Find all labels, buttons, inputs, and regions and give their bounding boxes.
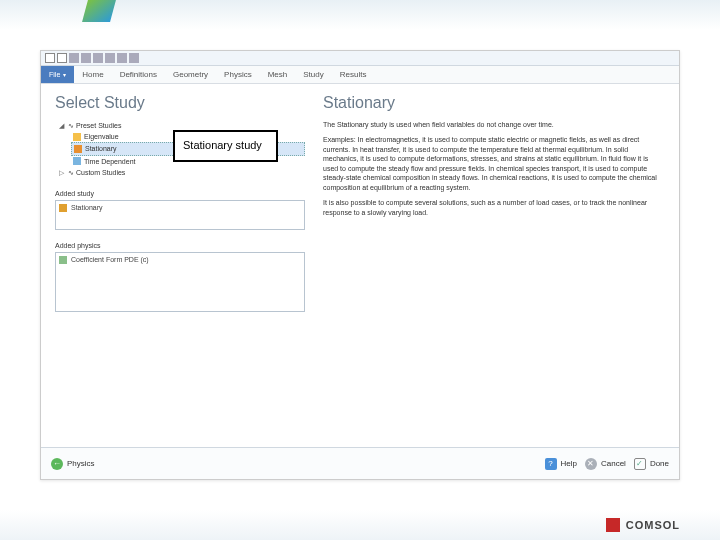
cancel-button[interactable]: ✕ Cancel xyxy=(585,458,626,470)
description-p1: The Stationary study is used when field … xyxy=(323,120,665,129)
page-title: Select Study xyxy=(55,94,305,112)
paste-icon[interactable] xyxy=(117,53,127,63)
back-arrow-icon: ← xyxy=(51,458,63,470)
study-icon xyxy=(73,133,81,141)
header-decoration xyxy=(0,0,720,30)
list-item[interactable]: Stationary xyxy=(59,204,301,212)
content-area: Select Study Stationary study ◢ ∿ Preset… xyxy=(41,84,679,447)
delete-icon[interactable] xyxy=(129,53,139,63)
tab-definitions[interactable]: Definitions xyxy=(112,66,165,83)
stationary-icon xyxy=(59,204,67,212)
new-icon[interactable] xyxy=(45,53,55,63)
help-button[interactable]: ? Help xyxy=(545,458,577,470)
back-button[interactable]: ← Physics xyxy=(51,458,95,470)
copy-icon[interactable] xyxy=(105,53,115,63)
tab-study[interactable]: Study xyxy=(295,66,331,83)
app-window: File Home Definitions Geometry Physics M… xyxy=(40,50,680,480)
tab-geometry[interactable]: Geometry xyxy=(165,66,216,83)
collapse-icon[interactable]: ◢ xyxy=(57,120,65,131)
added-study-list[interactable]: Stationary xyxy=(55,200,305,230)
ribbon-tabs: File Home Definitions Geometry Physics M… xyxy=(41,66,679,84)
added-study-label: Added study xyxy=(55,190,305,197)
help-icon: ? xyxy=(545,458,557,470)
tree-label: ∿ Custom Studies xyxy=(68,167,125,178)
list-item-label: Stationary xyxy=(71,204,103,211)
physics-icon xyxy=(59,256,67,264)
file-menu[interactable]: File xyxy=(41,66,74,83)
save-icon[interactable] xyxy=(69,53,79,63)
tree-label: Time Dependent xyxy=(84,156,136,167)
annotation-callout: Stationary study xyxy=(173,130,278,162)
tab-mesh[interactable]: Mesh xyxy=(260,66,296,83)
done-button[interactable]: ✓ Done xyxy=(634,458,669,470)
brand-mark-icon xyxy=(606,518,620,532)
undo-icon[interactable] xyxy=(81,53,91,63)
cancel-label: Cancel xyxy=(601,459,626,468)
brand-name: COMSOL xyxy=(626,519,680,531)
right-panel: Stationary The Stationary study is used … xyxy=(315,94,665,437)
cancel-icon: ✕ xyxy=(585,458,597,470)
tree-label: Eigenvalue xyxy=(84,131,119,142)
brand-square-icon xyxy=(82,0,116,22)
wizard-bottom-bar: ← Physics ? Help ✕ Cancel ✓ Done xyxy=(41,447,679,479)
tab-home[interactable]: Home xyxy=(74,66,111,83)
back-label: Physics xyxy=(67,459,95,468)
expand-icon[interactable]: ▷ xyxy=(57,167,65,178)
description-p3: It is also possible to compute several s… xyxy=(323,198,665,217)
tree-label: Stationary xyxy=(85,143,117,154)
left-panel: Select Study Stationary study ◢ ∿ Preset… xyxy=(55,94,315,437)
added-physics-label: Added physics xyxy=(55,242,305,249)
description-p2: Examples: In electromagnetics, it is use… xyxy=(323,135,665,192)
brand-logo: COMSOL xyxy=(606,518,680,532)
help-label: Help xyxy=(561,459,577,468)
study-title: Stationary xyxy=(323,94,665,112)
tab-results[interactable]: Results xyxy=(332,66,375,83)
done-label: Done xyxy=(650,459,669,468)
added-physics-list[interactable]: Coefficient Form PDE (c) xyxy=(55,252,305,312)
stationary-icon xyxy=(74,145,82,153)
open-icon[interactable] xyxy=(57,53,67,63)
study-tree: Stationary study ◢ ∿ Preset Studies Eige… xyxy=(55,120,305,178)
list-item-label: Coefficient Form PDE (c) xyxy=(71,256,149,263)
done-icon: ✓ xyxy=(634,458,646,470)
redo-icon[interactable] xyxy=(93,53,103,63)
tree-node-custom[interactable]: ▷ ∿ Custom Studies xyxy=(55,167,305,178)
tab-physics[interactable]: Physics xyxy=(216,66,260,83)
quick-access-toolbar xyxy=(41,51,679,66)
list-item[interactable]: Coefficient Form PDE (c) xyxy=(59,256,301,264)
tree-label: ∿ Preset Studies xyxy=(68,120,121,131)
time-icon xyxy=(73,157,81,165)
